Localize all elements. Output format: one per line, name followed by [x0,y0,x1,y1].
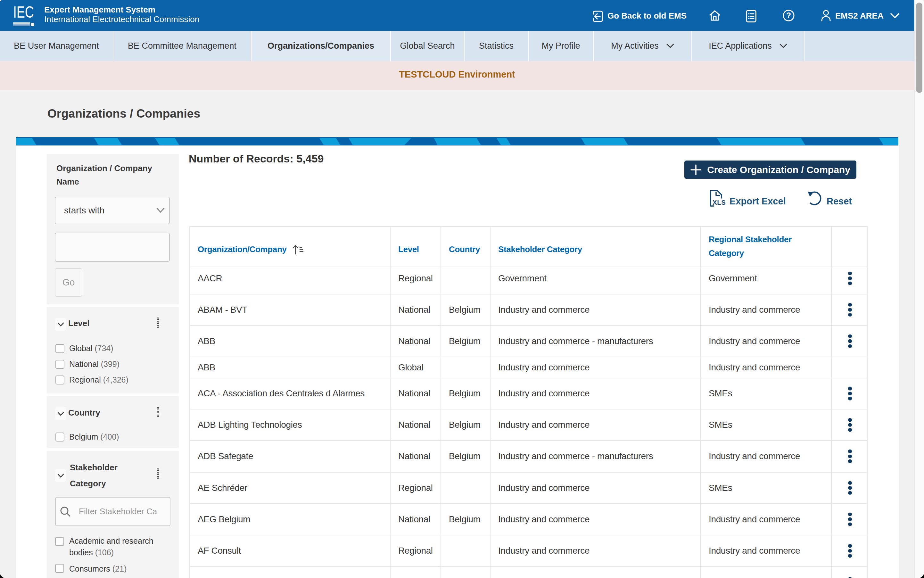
svg-text:?: ? [786,11,791,20]
svg-text:XLS: XLS [713,199,726,206]
